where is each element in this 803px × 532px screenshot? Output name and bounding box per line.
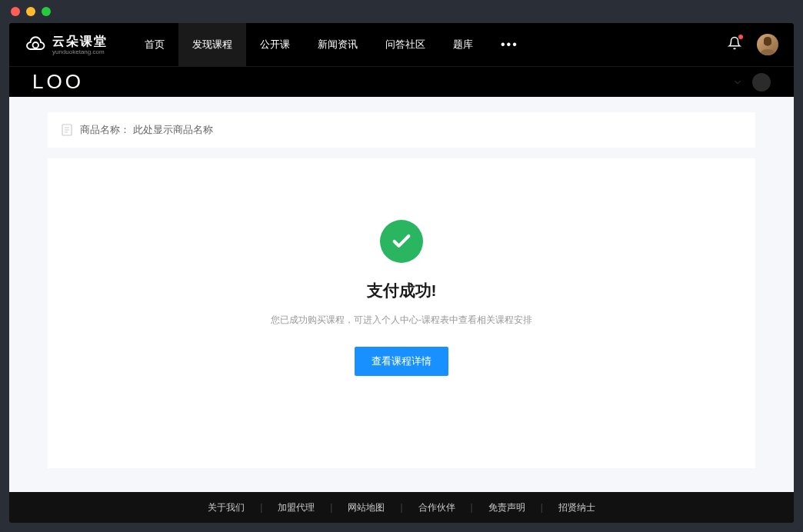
nav-more-icon[interactable]: ••• [487,38,532,52]
window-maximize-icon[interactable] [42,7,51,16]
footer-disclaimer[interactable]: 免责声明 [473,501,541,514]
nav-question-bank[interactable]: 题库 [439,23,487,66]
cloud-logo-icon [25,33,48,56]
svg-point-0 [33,42,39,48]
logo[interactable]: 云朵课堂 yunduoketang.com [25,33,108,56]
sub-header-text: LOO [32,70,84,94]
sub-avatar-icon [752,73,771,91]
chevron-down-icon [732,77,743,88]
success-description: 您已成功购买课程，可进入个人中心-课程表中查看相关课程安排 [271,314,532,327]
footer-partners[interactable]: 合作伙伴 [403,501,471,514]
footer: 关于我们 | 加盟代理 | 网站地图 | 合作伙伴 | 免责声明 | 招贤纳士 [9,492,794,523]
nav-open-courses[interactable]: 公开课 [246,23,304,66]
nav-items: 首页 发现课程 公开课 新闻资讯 问答社区 题库 ••• [131,23,532,66]
footer-sitemap[interactable]: 网站地图 [332,501,400,514]
sub-header: LOO [9,66,794,97]
nav-discover-courses[interactable]: 发现课程 [178,23,246,66]
product-name: 此处显示商品名称 [133,123,213,137]
footer-recruitment[interactable]: 招贤纳士 [543,501,611,514]
view-course-detail-button[interactable]: 查看课程详情 [355,347,448,376]
footer-franchise[interactable]: 加盟代理 [262,501,330,514]
success-card: 支付成功! 您已成功购买课程，可进入个人中心-课程表中查看相关课程安排 查看课程… [48,158,755,468]
notification-dot-icon [738,35,743,39]
user-avatar[interactable] [757,34,778,55]
logo-subtitle: yunduoketang.com [52,48,108,55]
window-controls [0,0,803,23]
success-checkmark-icon [380,220,423,263]
logo-title: 云朵课堂 [52,34,108,50]
product-name-bar: 商品名称： 此处显示商品名称 [48,112,755,148]
product-label: 商品名称： [80,123,130,137]
notification-button[interactable] [728,36,741,53]
footer-about-us[interactable]: 关于我们 [192,501,260,514]
nav-news[interactable]: 新闻资讯 [304,23,372,66]
success-title: 支付成功! [367,280,437,301]
content-area: 商品名称： 此处显示商品名称 支付成功! 您已成功购买课程，可进入个人中心-课程… [9,97,794,492]
window-close-icon[interactable] [11,7,20,16]
window-minimize-icon[interactable] [26,7,35,16]
top-navigation: 云朵课堂 yunduoketang.com 首页 发现课程 公开课 新闻资讯 问… [9,23,794,66]
document-icon [62,124,72,136]
nav-home[interactable]: 首页 [131,23,178,66]
nav-qa-community[interactable]: 问答社区 [372,23,439,66]
